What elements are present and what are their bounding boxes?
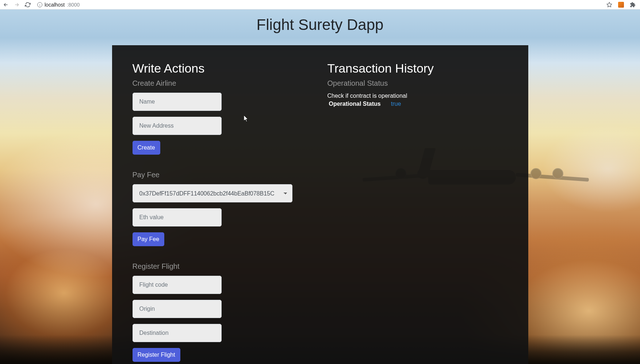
pay-fee-title: Pay Fee [133, 171, 313, 179]
eth-value-input[interactable] [133, 208, 222, 226]
airline-address-select[interactable]: 0x37DefFf157dDFF1140062bcb2f44bEaBf078B1… [133, 184, 292, 202]
page-title: Flight Surety Dapp [0, 9, 640, 34]
operational-status-desc: Check if contract is operational [327, 93, 508, 99]
flight-destination-input[interactable] [133, 324, 222, 342]
browser-toolbar: i localhost:8000 [0, 0, 640, 9]
operational-status-value: true [391, 101, 401, 107]
url-host: localhost [45, 2, 65, 8]
operational-status-title: Operational Status [327, 79, 508, 88]
pay-fee-button[interactable]: Pay Fee [133, 232, 165, 246]
airline-address-input[interactable] [133, 117, 222, 135]
create-airline-section: Create Airline Create [133, 79, 313, 155]
url-port: :8000 [67, 2, 80, 8]
metamask-extension-icon[interactable] [618, 2, 624, 8]
transaction-history-column: Transaction History Operational Status C… [320, 61, 508, 364]
write-actions-heading: Write Actions [133, 61, 313, 75]
transaction-history-heading: Transaction History [327, 61, 508, 75]
pay-fee-section: Pay Fee 0x37DefFf157dDFF1140062bcb2f44bE… [133, 171, 313, 246]
operational-status-row: Operational Status true [327, 101, 508, 107]
main-panel: Write Actions Create Airline Create Pay … [112, 45, 528, 364]
flight-origin-input[interactable] [133, 300, 222, 318]
flight-code-input[interactable] [133, 276, 222, 294]
extensions-icon[interactable] [630, 2, 636, 8]
bookmark-star-icon[interactable] [606, 2, 612, 8]
register-flight-title: Register Flight [133, 262, 313, 271]
write-actions-column: Write Actions Create Airline Create Pay … [133, 61, 320, 364]
create-airline-title: Create Airline [133, 79, 313, 88]
forward-icon[interactable] [14, 2, 20, 8]
svg-marker-0 [607, 2, 612, 7]
operational-status-label: Operational Status [329, 101, 381, 107]
airline-name-input[interactable] [133, 93, 222, 111]
site-info-icon[interactable]: i [37, 2, 42, 7]
address-bar[interactable]: i localhost:8000 [37, 2, 80, 8]
create-airline-button[interactable]: Create [133, 141, 160, 155]
register-flight-section: Register Flight Register Flight [133, 262, 313, 362]
register-flight-button[interactable]: Register Flight [133, 348, 180, 362]
reload-icon[interactable] [25, 2, 31, 8]
back-icon[interactable] [3, 2, 9, 8]
